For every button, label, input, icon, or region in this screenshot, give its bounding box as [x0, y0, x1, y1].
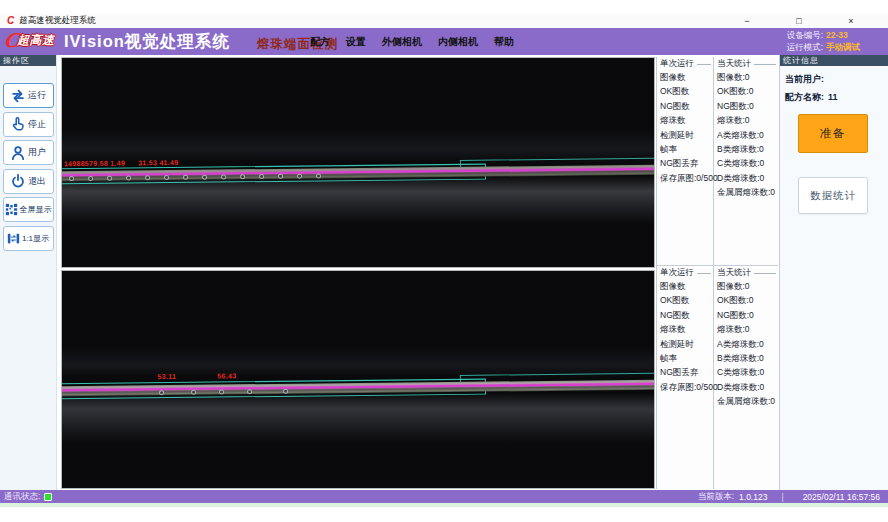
stat-row: 检测延时 — [660, 337, 713, 351]
single-run-column: 单次运行图像数OK图数NG图数熔珠数检测延时帧率NG图丢弃保存原图:0/500 — [657, 266, 714, 489]
menu-item-1[interactable]: 设置 — [346, 35, 366, 49]
bead-marker-icon — [88, 176, 93, 181]
stat-row: NG图数:0 — [717, 99, 778, 113]
stat-row: 熔珠数:0 — [717, 113, 778, 127]
fullscreen-grid-icon — [5, 203, 18, 216]
stat-row: 熔珠数 — [660, 113, 713, 127]
stats-group-title: 当天统计 — [717, 58, 778, 70]
menu-item-4[interactable]: 帮助 — [494, 35, 514, 49]
logo-brand-text: 超高速 — [17, 32, 55, 49]
stat-row: A类熔珠数:0 — [717, 128, 778, 142]
current-user-label: 当前用户: — [785, 74, 824, 84]
footer-strip — [0, 503, 888, 507]
window-titlebar: C 超高速视觉处理系统 − □ × — [0, 14, 888, 28]
stat-row: NG图丢弃 — [660, 156, 713, 170]
app-window: C 超高速视觉处理系统 − □ × C 超高速 IVision视觉处理系统 熔珠… — [0, 0, 888, 522]
operation-panel: 操作区 运行 停止 — [0, 55, 57, 490]
bead-marker-icon — [183, 175, 188, 180]
stat-row: 金属屑熔珠数:0 — [717, 394, 778, 408]
stats-group-title: 单次运行 — [660, 267, 713, 279]
one-to-one-button-label: 1:1显示 — [22, 233, 49, 244]
user-button-label: 用户 — [28, 146, 46, 159]
stat-row: NG图数 — [660, 308, 713, 322]
bead-marker-icon — [259, 174, 264, 179]
app-header: C 超高速 IVision视觉处理系统 熔珠端面检测 配方设置外侧相机内侧相机帮… — [0, 28, 888, 55]
stat-row: 保存原图:0/500 — [660, 380, 713, 394]
run-button[interactable]: 运行 — [3, 83, 54, 108]
device-info: 设备编号:22-33 运行模式:手动调试 — [787, 30, 860, 53]
operation-panel-title: 操作区 — [0, 55, 56, 66]
window-logo-icon: C — [7, 16, 14, 26]
stat-row: 图像数:0 — [717, 279, 778, 293]
camera2-light-band — [62, 347, 654, 377]
menu-item-2[interactable]: 外侧相机 — [382, 35, 422, 49]
stat-row: NG图丢弃 — [660, 365, 713, 379]
measurement-annotation: 53.11 — [157, 373, 176, 380]
one-to-one-icon — [7, 232, 20, 245]
stat-row: OK图数 — [660, 293, 713, 307]
menu-item-0[interactable]: 配方 — [310, 35, 330, 49]
stat-row: B类熔珠数:0 — [717, 351, 778, 365]
stat-row: 保存原图:0/500 — [660, 171, 713, 185]
app-logo: C 超高速 — [6, 30, 55, 50]
stats-group-title: 当天统计 — [717, 267, 778, 279]
bead-marker-icon — [191, 390, 196, 395]
statistics-info-title: 统计信息 — [780, 55, 888, 66]
stat-row: 熔珠数 — [660, 322, 713, 336]
today-stats-column: 当天统计图像数:0OK图数:0NG图数:0熔珠数:0A类熔珠数:0B类熔珠数:0… — [714, 266, 778, 489]
bead-marker-icon — [107, 176, 112, 181]
maximize-button[interactable]: □ — [792, 15, 806, 27]
bead-marker-icon — [219, 389, 224, 394]
run-mode-value: 手动调试 — [826, 42, 860, 52]
stat-row: NG图数 — [660, 99, 713, 113]
menu-item-3[interactable]: 内侧相机 — [438, 35, 478, 49]
camera2-detection-overlay: 53.1156.43 — [61, 373, 655, 403]
minimize-button[interactable]: − — [740, 15, 754, 27]
app-title: IVision视觉处理系统 — [64, 31, 230, 53]
data-statistics-button[interactable]: 数据统计 — [798, 177, 868, 214]
stat-row: 帧率 — [660, 142, 713, 156]
stat-row: 金属屑熔珠数:0 — [717, 185, 778, 199]
camera-view-inner: 53.1156.43 — [61, 270, 655, 489]
camera1-light-band — [62, 130, 654, 162]
bead-marker-icon — [221, 174, 226, 179]
stat-row: NG图数:0 — [717, 308, 778, 322]
stat-row: 图像数:0 — [717, 70, 778, 84]
fullscreen-button[interactable]: 全屏显示 — [3, 197, 54, 222]
stop-hand-icon — [10, 116, 26, 132]
one-to-one-button[interactable]: 1:1显示 — [3, 226, 54, 251]
exit-button[interactable]: 退出 — [3, 169, 54, 194]
stats-panel-inner: 单次运行图像数OK图数NG图数熔珠数检测延时帧率NG图丢弃保存原图:0/500 … — [656, 266, 778, 489]
version-value: 1.0.123 — [739, 492, 767, 502]
stat-row: D类熔珠数:0 — [717, 380, 778, 394]
stat-row: 图像数 — [660, 279, 713, 293]
stat-row: D类熔珠数:0 — [717, 171, 778, 185]
stop-button[interactable]: 停止 — [3, 112, 54, 137]
status-bar: 通讯状态: 当前版本: 1.0.123 | 2025/02/11 16:57:5… — [0, 490, 888, 503]
user-icon — [10, 145, 26, 161]
stat-row: A类熔珠数:0 — [717, 337, 778, 351]
stat-row: C类熔珠数:0 — [717, 365, 778, 379]
bead-marker-icon — [164, 175, 169, 180]
stat-row: OK图数:0 — [717, 84, 778, 98]
run-button-label: 运行 — [28, 89, 46, 102]
bead-marker-icon — [145, 175, 150, 180]
close-button[interactable]: × — [844, 15, 858, 27]
comm-status-indicator — [44, 493, 52, 501]
statistics-info-panel: 统计信息 当前用户: 配方名称:11 准备 数据统计 — [779, 55, 888, 490]
stat-row: 帧率 — [660, 351, 713, 365]
comm-status-label: 通讯状态: — [4, 491, 40, 503]
prepare-button[interactable]: 准备 — [798, 114, 868, 153]
run-cycle-icon — [10, 88, 26, 104]
user-button[interactable]: 用户 — [3, 140, 54, 165]
bead-marker-icon — [126, 175, 131, 180]
single-run-column: 单次运行图像数OK图数NG图数熔珠数检测延时帧率NG图丢弃保存原图:0/500 — [657, 57, 714, 265]
window-title: 超高速视觉处理系统 — [19, 15, 96, 27]
device-number-value: 22-33 — [826, 30, 848, 40]
bead-marker-icon — [69, 176, 74, 181]
status-separator: | — [781, 492, 783, 502]
stat-row: 熔珠数:0 — [717, 322, 778, 336]
bead-marker-icon — [240, 174, 245, 179]
stats-panel-outer: 单次运行图像数OK图数NG图数熔珠数检测延时帧率NG图丢弃保存原图:0/500 … — [656, 57, 778, 266]
bead-marker-icon — [159, 390, 164, 395]
